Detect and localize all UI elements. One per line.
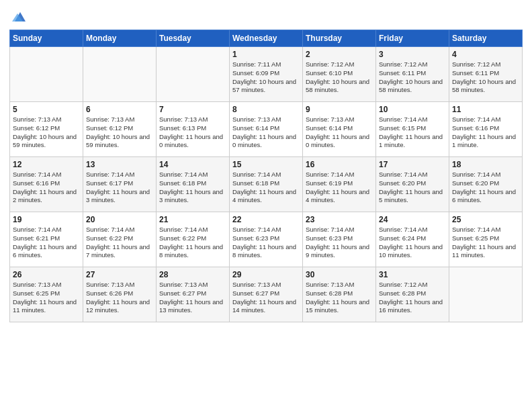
day-info: Sunrise: 7:14 AM Sunset: 6:16 PM Dayligh… [452, 116, 519, 150]
day-info: Sunrise: 7:13 AM Sunset: 6:25 PM Dayligh… [13, 281, 80, 315]
day-info: Sunrise: 7:13 AM Sunset: 6:12 PM Dayligh… [86, 116, 153, 150]
calendar-cell [83, 47, 157, 102]
calendar-cell: 20Sunrise: 7:14 AM Sunset: 6:22 PM Dayli… [83, 212, 157, 267]
calendar-cell: 17Sunrise: 7:14 AM Sunset: 6:20 PM Dayli… [376, 157, 449, 212]
calendar-cell: 29Sunrise: 7:13 AM Sunset: 6:27 PM Dayli… [230, 267, 303, 322]
calendar-cell: 2Sunrise: 7:12 AM Sunset: 6:10 PM Daylig… [303, 47, 376, 102]
day-info: Sunrise: 7:12 AM Sunset: 6:11 PM Dayligh… [452, 60, 519, 95]
weekday-header-wednesday: Wednesday [230, 30, 303, 47]
day-number: 12 [13, 160, 80, 169]
day-number: 30 [306, 270, 373, 279]
day-info: Sunrise: 7:11 AM Sunset: 6:09 PM Dayligh… [232, 60, 300, 95]
day-info: Sunrise: 7:14 AM Sunset: 6:23 PM Dayligh… [306, 226, 373, 260]
day-info: Sunrise: 7:14 AM Sunset: 6:21 PM Dayligh… [13, 226, 80, 260]
day-number: 2 [306, 50, 373, 59]
day-info: Sunrise: 7:13 AM Sunset: 6:14 PM Dayligh… [232, 116, 300, 150]
day-number: 16 [306, 160, 373, 169]
calendar-cell: 30Sunrise: 7:13 AM Sunset: 6:28 PM Dayli… [303, 267, 376, 322]
day-number: 24 [379, 215, 446, 224]
calendar-cell: 7Sunrise: 7:13 AM Sunset: 6:13 PM Daylig… [157, 102, 230, 157]
day-info: Sunrise: 7:12 AM Sunset: 6:11 PM Dayligh… [379, 60, 446, 95]
page: SundayMondayTuesdayWednesdayThursdayFrid… [0, 0, 532, 411]
calendar-cell [449, 267, 523, 322]
day-info: Sunrise: 7:14 AM Sunset: 6:24 PM Dayligh… [379, 226, 446, 260]
header [9, 7, 523, 24]
day-info: Sunrise: 7:13 AM Sunset: 6:28 PM Dayligh… [306, 281, 373, 315]
calendar-cell: 13Sunrise: 7:14 AM Sunset: 6:17 PM Dayli… [83, 157, 157, 212]
day-number: 6 [86, 105, 153, 114]
calendar-cell: 26Sunrise: 7:13 AM Sunset: 6:25 PM Dayli… [10, 267, 83, 322]
day-number: 10 [379, 105, 446, 114]
weekday-header-row: SundayMondayTuesdayWednesdayThursdayFrid… [10, 30, 523, 47]
day-number: 15 [232, 160, 300, 169]
day-number: 9 [306, 105, 373, 114]
calendar-cell: 28Sunrise: 7:13 AM Sunset: 6:27 PM Dayli… [157, 267, 230, 322]
day-number: 13 [86, 160, 153, 169]
calendar-cell: 18Sunrise: 7:14 AM Sunset: 6:20 PM Dayli… [449, 157, 523, 212]
day-number: 28 [159, 270, 226, 279]
calendar-cell: 14Sunrise: 7:14 AM Sunset: 6:18 PM Dayli… [157, 157, 230, 212]
calendar-cell [10, 47, 83, 102]
day-number: 29 [232, 270, 300, 279]
day-number: 5 [13, 105, 80, 114]
calendar-cell: 1Sunrise: 7:11 AM Sunset: 6:09 PM Daylig… [230, 47, 303, 102]
calendar-cell: 6Sunrise: 7:13 AM Sunset: 6:12 PM Daylig… [83, 102, 157, 157]
day-info: Sunrise: 7:13 AM Sunset: 6:14 PM Dayligh… [306, 116, 373, 150]
day-info: Sunrise: 7:14 AM Sunset: 6:17 PM Dayligh… [86, 171, 153, 205]
day-number: 18 [452, 160, 519, 169]
day-number: 26 [13, 270, 80, 279]
day-info: Sunrise: 7:14 AM Sunset: 6:25 PM Dayligh… [452, 226, 519, 260]
calendar-cell: 10Sunrise: 7:14 AM Sunset: 6:15 PM Dayli… [376, 102, 449, 157]
day-number: 27 [86, 270, 153, 279]
day-info: Sunrise: 7:14 AM Sunset: 6:23 PM Dayligh… [232, 226, 300, 260]
day-number: 21 [159, 215, 226, 224]
weekday-header-sunday: Sunday [10, 30, 83, 47]
day-info: Sunrise: 7:13 AM Sunset: 6:13 PM Dayligh… [159, 116, 226, 150]
day-number: 1 [232, 50, 300, 59]
calendar-week-row: 5Sunrise: 7:13 AM Sunset: 6:12 PM Daylig… [10, 102, 523, 157]
calendar-cell: 25Sunrise: 7:14 AM Sunset: 6:25 PM Dayli… [449, 212, 523, 267]
calendar-week-row: 19Sunrise: 7:14 AM Sunset: 6:21 PM Dayli… [10, 212, 523, 267]
day-number: 31 [379, 270, 446, 279]
day-number: 11 [452, 105, 519, 114]
weekday-header-thursday: Thursday [303, 30, 376, 47]
weekday-header-tuesday: Tuesday [157, 30, 230, 47]
calendar-cell: 27Sunrise: 7:13 AM Sunset: 6:26 PM Dayli… [83, 267, 157, 322]
calendar-cell: 15Sunrise: 7:14 AM Sunset: 6:18 PM Dayli… [230, 157, 303, 212]
calendar-cell: 21Sunrise: 7:14 AM Sunset: 6:22 PM Dayli… [157, 212, 230, 267]
calendar-cell: 3Sunrise: 7:12 AM Sunset: 6:11 PM Daylig… [376, 47, 449, 102]
day-number: 25 [452, 215, 519, 224]
day-number: 19 [13, 215, 80, 224]
day-number: 22 [232, 215, 300, 224]
calendar-cell: 24Sunrise: 7:14 AM Sunset: 6:24 PM Dayli… [376, 212, 449, 267]
calendar-week-row: 26Sunrise: 7:13 AM Sunset: 6:25 PM Dayli… [10, 267, 523, 322]
day-number: 8 [232, 105, 300, 114]
calendar-cell: 9Sunrise: 7:13 AM Sunset: 6:14 PM Daylig… [303, 102, 376, 157]
day-number: 14 [159, 160, 226, 169]
calendar-cell: 12Sunrise: 7:14 AM Sunset: 6:16 PM Dayli… [10, 157, 83, 212]
calendar-cell: 11Sunrise: 7:14 AM Sunset: 6:16 PM Dayli… [449, 102, 523, 157]
day-info: Sunrise: 7:14 AM Sunset: 6:18 PM Dayligh… [232, 171, 300, 205]
day-number: 20 [86, 215, 153, 224]
weekday-header-saturday: Saturday [449, 30, 523, 47]
weekday-header-friday: Friday [376, 30, 449, 47]
day-info: Sunrise: 7:13 AM Sunset: 6:12 PM Dayligh… [13, 116, 80, 150]
calendar-cell: 16Sunrise: 7:14 AM Sunset: 6:19 PM Dayli… [303, 157, 376, 212]
day-info: Sunrise: 7:14 AM Sunset: 6:20 PM Dayligh… [379, 171, 446, 205]
day-info: Sunrise: 7:12 AM Sunset: 6:10 PM Dayligh… [306, 60, 373, 95]
day-info: Sunrise: 7:13 AM Sunset: 6:27 PM Dayligh… [159, 281, 226, 315]
day-info: Sunrise: 7:14 AM Sunset: 6:22 PM Dayligh… [159, 226, 226, 260]
day-info: Sunrise: 7:14 AM Sunset: 6:20 PM Dayligh… [452, 171, 519, 205]
day-info: Sunrise: 7:13 AM Sunset: 6:27 PM Dayligh… [232, 281, 300, 315]
calendar-header: SundayMondayTuesdayWednesdayThursdayFrid… [10, 30, 523, 47]
logo-icon [12, 9, 27, 24]
calendar-week-row: 12Sunrise: 7:14 AM Sunset: 6:16 PM Dayli… [10, 157, 523, 212]
calendar-cell: 23Sunrise: 7:14 AM Sunset: 6:23 PM Dayli… [303, 212, 376, 267]
day-info: Sunrise: 7:12 AM Sunset: 6:28 PM Dayligh… [379, 281, 446, 315]
calendar-body: 1Sunrise: 7:11 AM Sunset: 6:09 PM Daylig… [10, 47, 523, 322]
logo [9, 9, 27, 24]
calendar-week-row: 1Sunrise: 7:11 AM Sunset: 6:09 PM Daylig… [10, 47, 523, 102]
calendar-table: SundayMondayTuesdayWednesdayThursdayFrid… [9, 30, 523, 322]
calendar-cell: 4Sunrise: 7:12 AM Sunset: 6:11 PM Daylig… [449, 47, 523, 102]
day-info: Sunrise: 7:14 AM Sunset: 6:19 PM Dayligh… [306, 171, 373, 205]
